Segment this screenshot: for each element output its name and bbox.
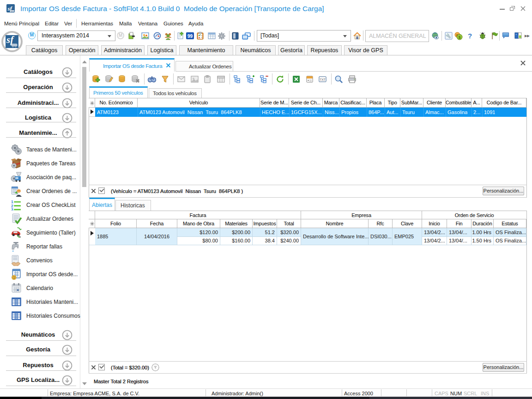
svg-text:1: 1 <box>13 276 15 279</box>
svg-text:$: $ <box>459 35 461 40</box>
svg-text:99: 99 <box>187 34 193 39</box>
svg-text:TXT: TXT <box>320 78 326 81</box>
svg-text:3: 3 <box>11 207 13 211</box>
